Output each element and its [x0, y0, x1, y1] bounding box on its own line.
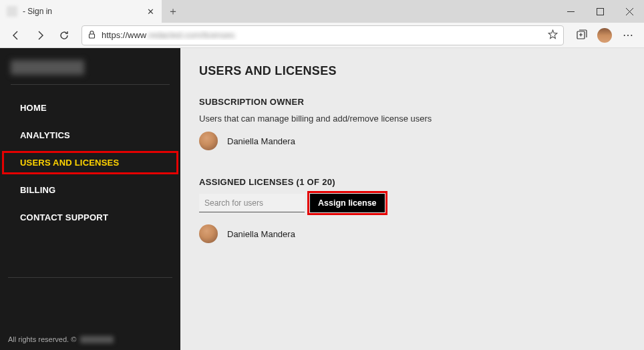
footer-redacted — [80, 336, 114, 343]
svg-rect-4 — [90, 34, 95, 38]
assigned-user-name: Daniella Mandera — [227, 229, 295, 239]
subscription-owner-desc: Users that can manage billing and add/re… — [199, 114, 625, 124]
profile-avatar[interactable] — [597, 28, 612, 43]
user-avatar — [199, 132, 218, 150]
sidebar-nav: HOME ANALYTICS USERS AND LICENSES BILLIN… — [0, 90, 180, 231]
footer-text: All rights reserved. © — [8, 335, 76, 343]
page-body: HOME ANALYTICS USERS AND LICENSES BILLIN… — [0, 48, 644, 350]
forward-button[interactable] — [29, 25, 51, 46]
refresh-button[interactable] — [53, 25, 75, 46]
address-bar[interactable]: https://www.redacted.com/licenses — [82, 25, 564, 45]
menu-icon[interactable]: ⋯ — [617, 25, 639, 46]
main-content: USERS AND LICENSES SUBSCRIPTION OWNER Us… — [180, 48, 644, 350]
favorite-icon[interactable] — [548, 29, 558, 41]
user-avatar — [199, 224, 218, 243]
browser-toolbar: https://www.redacted.com/licenses ⋯ — [0, 23, 644, 48]
sidebar-footer — [0, 277, 180, 290]
url-text: https://www.redacted.com/licenses — [102, 30, 542, 40]
sidebar-item-contact-support[interactable]: CONTACT SUPPORT — [0, 204, 180, 231]
search-users-input[interactable] — [199, 194, 305, 212]
sidebar-item-home[interactable]: HOME — [0, 94, 180, 122]
tab-favicon — [7, 6, 17, 17]
sidebar: HOME ANALYTICS USERS AND LICENSES BILLIN… — [0, 48, 180, 350]
window-titlebar: - Sign in ✕ ＋ — [0, 0, 644, 23]
window-maximize-button[interactable] — [585, 0, 615, 23]
svg-rect-1 — [597, 8, 603, 15]
page-title: USERS AND LICENSES — [199, 64, 625, 78]
url-prefix: https://www — [102, 30, 146, 40]
tab-strip: - Sign in ✕ ＋ — [0, 0, 184, 23]
tab-title: - Sign in — [23, 7, 146, 16]
app-logo[interactable] — [11, 60, 170, 75]
sidebar-item-users-and-licenses[interactable]: USERS AND LICENSES — [0, 149, 180, 176]
collections-icon[interactable] — [571, 25, 592, 46]
assign-controls: Assign license — [199, 194, 625, 212]
owner-row: Daniella Mandera — [199, 132, 625, 150]
sidebar-item-analytics[interactable]: ANALYTICS — [0, 122, 180, 149]
tab-close-icon[interactable]: ✕ — [146, 7, 155, 16]
owner-name: Daniella Mandera — [227, 136, 295, 146]
window-close-button[interactable] — [615, 0, 644, 23]
divider — [11, 84, 170, 85]
window-minimize-button[interactable] — [556, 0, 585, 23]
url-redacted: .redacted.com/licenses — [146, 30, 234, 40]
assign-license-button[interactable]: Assign license — [310, 194, 385, 212]
lock-icon — [88, 30, 96, 41]
window-controls — [556, 0, 644, 23]
back-button[interactable] — [5, 25, 27, 46]
sidebar-footer-text: All rights reserved. © — [0, 335, 180, 350]
browser-tab-active[interactable]: - Sign in ✕ — [0, 0, 162, 23]
subscription-owner-title: SUBSCRIPTION OWNER — [199, 97, 625, 107]
sidebar-item-billing[interactable]: BILLING — [0, 176, 180, 204]
assigned-user-row: Daniella Mandera — [199, 224, 625, 243]
assigned-licenses-title: ASSIGNED LICENSES (1 OF 20) — [199, 177, 625, 187]
new-tab-button[interactable]: ＋ — [162, 0, 184, 23]
